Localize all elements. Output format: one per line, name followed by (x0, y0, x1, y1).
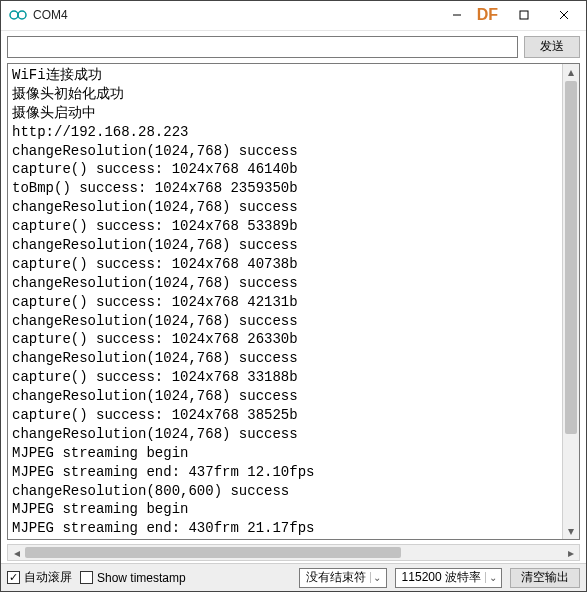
send-button[interactable]: 发送 (524, 36, 580, 58)
line-ending-value: 没有结束符 (306, 569, 366, 586)
footer: 自动滚屏 Show timestamp 没有结束符 ⌄ 115200 波特率 ⌄… (1, 563, 586, 591)
clear-output-button[interactable]: 清空输出 (510, 568, 580, 588)
scroll-thumb[interactable] (565, 81, 577, 434)
scroll-right-icon[interactable]: ▸ (562, 545, 579, 560)
scroll-left-icon[interactable]: ◂ (8, 545, 25, 560)
window-title: COM4 (33, 8, 68, 22)
checkbox-box (7, 571, 20, 584)
serial-input[interactable] (7, 36, 518, 58)
chevron-down-icon: ⌄ (485, 572, 499, 583)
baud-dropdown[interactable]: 115200 波特率 ⌄ (395, 568, 502, 588)
svg-rect-3 (520, 11, 528, 19)
scroll-track[interactable] (563, 81, 579, 522)
autoscroll-label: 自动滚屏 (24, 569, 72, 586)
scroll-track-h[interactable] (25, 545, 562, 560)
serial-monitor-window: COM4 DF 发送 WiFi连接成功 摄像头初始化成功 摄像头启动中 http… (0, 0, 587, 592)
scroll-thumb-h[interactable] (25, 547, 401, 558)
maximize-button[interactable] (504, 1, 544, 29)
input-row: 发送 (1, 31, 586, 63)
scroll-up-icon[interactable]: ▴ (563, 64, 579, 81)
timestamp-label: Show timestamp (97, 571, 186, 585)
horizontal-scrollbar[interactable]: ◂ ▸ (7, 544, 580, 561)
scroll-down-icon[interactable]: ▾ (563, 522, 579, 539)
baud-value: 115200 波特率 (402, 569, 481, 586)
line-ending-dropdown[interactable]: 没有结束符 ⌄ (299, 568, 387, 588)
svg-point-0 (10, 11, 18, 19)
svg-point-1 (18, 11, 26, 19)
titlebar: COM4 DF (1, 1, 586, 31)
arduino-icon (9, 6, 27, 24)
df-watermark: DF (477, 6, 498, 24)
output-text[interactable]: WiFi连接成功 摄像头初始化成功 摄像头启动中 http://192.168.… (8, 64, 562, 539)
minimize-button[interactable] (437, 1, 477, 29)
checkbox-box (80, 571, 93, 584)
close-button[interactable] (544, 1, 584, 29)
chevron-down-icon: ⌄ (370, 572, 384, 583)
timestamp-checkbox[interactable]: Show timestamp (80, 571, 186, 585)
output-area: WiFi连接成功 摄像头初始化成功 摄像头启动中 http://192.168.… (7, 63, 580, 540)
autoscroll-checkbox[interactable]: 自动滚屏 (7, 569, 72, 586)
vertical-scrollbar[interactable]: ▴ ▾ (562, 64, 579, 539)
